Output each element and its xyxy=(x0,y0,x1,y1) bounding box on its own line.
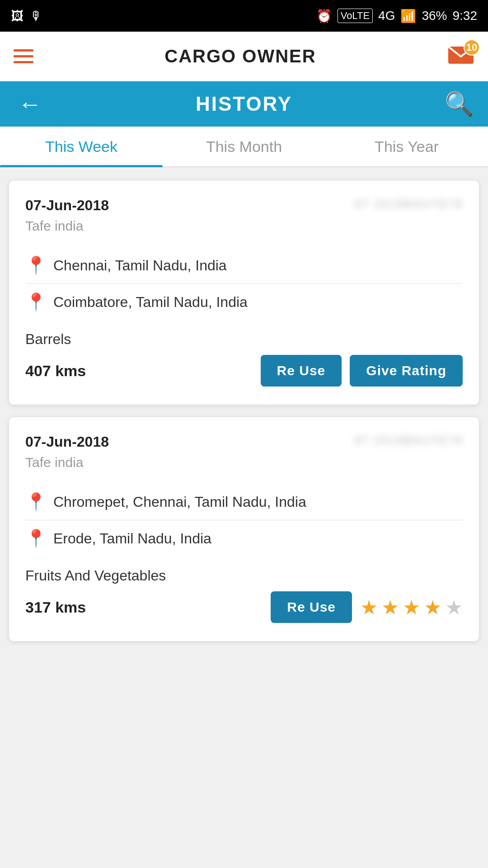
notification-count: 10 xyxy=(464,39,480,56)
tab-this-month[interactable]: This Month xyxy=(163,127,325,166)
card-2-header: 07-Jun-2018 87 2019BNUTE78 xyxy=(25,434,463,450)
card-2-from: Chromepet, Chennai, Tamil Nadu, India xyxy=(53,494,306,510)
card-1-to: Coimbatore, Tamil Nadu, India xyxy=(53,294,248,311)
star-4: ★ xyxy=(424,596,441,619)
alarm-icon: ⏰ xyxy=(316,9,332,24)
card-1-header: 07-Jun-2018 87 2019BNUTE78 xyxy=(25,197,463,214)
card-1-company: Tafe india xyxy=(25,218,463,234)
card-2-goods: Fruits And Vegetables xyxy=(25,567,463,584)
tab-this-year[interactable]: This Year xyxy=(325,127,488,166)
card-2-to: Erode, Tamil Nadu, India xyxy=(53,530,211,547)
signal-indicator: 4G xyxy=(378,9,395,23)
status-left-icons: 🖼 🎙 xyxy=(11,9,42,24)
volte-indicator: VoLTE xyxy=(338,9,373,23)
card-1-id: 87 2019BNUTE78 xyxy=(355,197,463,211)
card-2-stars: ★ ★ ★ ★ ★ xyxy=(360,596,463,619)
history-card-1: 07-Jun-2018 87 2019BNUTE78 Tafe india 📍 … xyxy=(9,181,479,405)
card-1-date: 07-Jun-2018 xyxy=(25,197,109,214)
star-1: ★ xyxy=(360,596,378,619)
to-pin-icon-2: 📍 xyxy=(25,528,45,548)
star-2: ★ xyxy=(381,596,399,619)
status-right-info: ⏰ VoLTE 4G 📶 36% 9:32 xyxy=(316,9,477,24)
back-button[interactable]: ← xyxy=(16,90,43,118)
app-bar: CARGO OWNER 10 xyxy=(0,32,488,81)
card-2-id: 87 2019BNUTE78 xyxy=(355,434,463,448)
from-pin-icon: 📍 xyxy=(25,255,45,275)
star-5: ★ xyxy=(445,596,463,619)
history-card-2: 07-Jun-2018 87 2019BNUTE78 Tafe india 📍 … xyxy=(9,417,479,641)
card-1-reuse-button[interactable]: Re Use xyxy=(261,355,342,387)
card-2-footer: 317 kms Re Use ★ ★ ★ ★ ★ xyxy=(25,591,463,623)
battery-indicator: 36% xyxy=(422,9,447,23)
card-1-goods: Barrels xyxy=(25,331,463,348)
network-icon: 📶 xyxy=(400,9,416,24)
card-2-reuse-button[interactable]: Re Use xyxy=(271,591,352,623)
notification-button[interactable]: 10 xyxy=(447,43,474,70)
card-1-from: Chennai, Tamil Nadu, India xyxy=(53,257,227,274)
card-2-from-row: 📍 Chromepet, Chennai, Tamil Nadu, India xyxy=(25,484,463,520)
card-2-company: Tafe india xyxy=(25,455,463,470)
content-area: 07-Jun-2018 87 2019BNUTE78 Tafe india 📍 … xyxy=(0,167,488,655)
tab-this-week[interactable]: This Week xyxy=(0,127,163,166)
to-pin-icon: 📍 xyxy=(25,292,45,312)
tabs-bar: This Week This Month This Year xyxy=(0,127,488,167)
card-2-actions: Re Use ★ ★ ★ ★ ★ xyxy=(271,591,463,623)
card-2-distance: 317 kms xyxy=(25,599,86,616)
status-bar: 🖼 🎙 ⏰ VoLTE 4G 📶 36% 9:32 xyxy=(0,0,488,32)
card-1-from-row: 📍 Chennai, Tamil Nadu, India xyxy=(25,247,463,284)
app-title: CARGO OWNER xyxy=(164,46,316,66)
history-header: ← HISTORY 🔍 xyxy=(0,81,488,127)
card-1-give-rating-button[interactable]: Give Rating xyxy=(350,355,463,387)
time-display: 9:32 xyxy=(453,9,478,23)
card-1-distance: 407 kms xyxy=(25,362,86,380)
card-1-actions: Re Use Give Rating xyxy=(261,355,463,387)
menu-button[interactable] xyxy=(14,49,33,63)
card-1-to-row: 📍 Coimbatore, Tamil Nadu, India xyxy=(25,284,463,320)
history-title: HISTORY xyxy=(43,93,445,115)
card-1-footer: 407 kms Re Use Give Rating xyxy=(25,355,463,387)
mute-icon: 🎙 xyxy=(30,9,42,24)
card-2-date: 07-Jun-2018 xyxy=(25,434,109,450)
from-pin-icon-2: 📍 xyxy=(25,492,45,512)
search-button[interactable]: 🔍 xyxy=(445,90,472,118)
photo-icon: 🖼 xyxy=(11,9,23,24)
star-3: ★ xyxy=(403,596,420,619)
card-2-to-row: 📍 Erode, Tamil Nadu, India xyxy=(25,520,463,557)
